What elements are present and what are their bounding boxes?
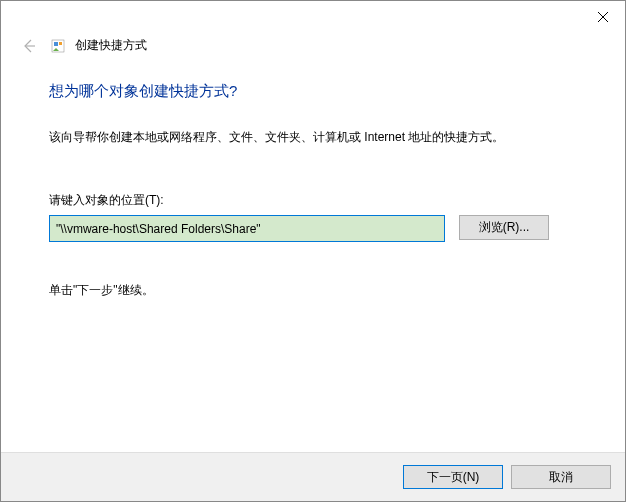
close-icon: [598, 12, 608, 22]
svg-rect-5: [59, 42, 62, 45]
browse-button[interactable]: 浏览(R)...: [459, 215, 549, 240]
location-label: 请键入对象的位置(T):: [49, 192, 577, 209]
shortcut-wizard-icon: [51, 39, 65, 53]
close-button[interactable]: [580, 3, 625, 31]
location-field-group: 请键入对象的位置(T): 浏览(R)...: [49, 192, 577, 242]
page-description: 该向导帮你创建本地或网络程序、文件、文件夹、计算机或 Internet 地址的快…: [49, 129, 577, 146]
page-heading: 想为哪个对象创建快捷方式?: [49, 82, 577, 101]
svg-rect-4: [54, 42, 58, 46]
wizard-title: 创建快捷方式: [75, 37, 147, 54]
cancel-button[interactable]: 取消: [511, 465, 611, 489]
footer: 下一页(N) 取消: [1, 452, 625, 501]
location-row: 浏览(R)...: [49, 215, 577, 242]
back-button: [21, 38, 37, 54]
content-area: 想为哪个对象创建快捷方式? 该向导帮你创建本地或网络程序、文件、文件夹、计算机或…: [1, 64, 625, 452]
header-row: 创建快捷方式: [1, 31, 625, 64]
wizard-window: 创建快捷方式 想为哪个对象创建快捷方式? 该向导帮你创建本地或网络程序、文件、文…: [0, 0, 626, 502]
titlebar: [1, 1, 625, 31]
location-input[interactable]: [49, 215, 445, 242]
continue-hint: 单击"下一步"继续。: [49, 282, 577, 299]
arrow-left-icon: [21, 38, 37, 54]
next-button[interactable]: 下一页(N): [403, 465, 503, 489]
